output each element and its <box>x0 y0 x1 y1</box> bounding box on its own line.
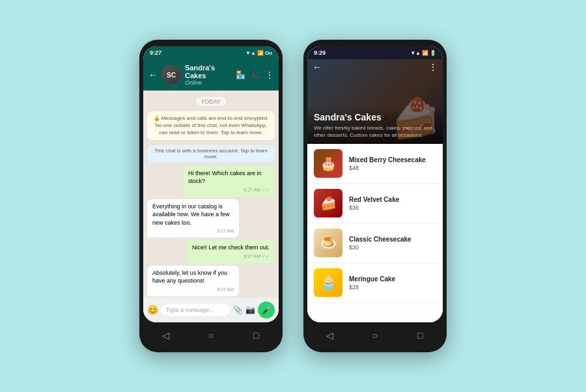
message-text-4: Absolutely, let us know if you have any … <box>152 270 227 285</box>
chat-header: ← SC Sandra's Cakes Online 🏪 📞 ⋮ <box>143 59 279 91</box>
message-input-bar: 😊 Type a message... 📎 📷 🎤 <box>143 298 279 322</box>
item-1-image: 🎂 <box>314 149 342 178</box>
item-3-name: Classic Cheesecake <box>349 236 436 243</box>
catalog-top-bar: ← ⋮ <box>307 59 443 75</box>
item-4-image: 🧁 <box>314 268 342 297</box>
back-nav-button[interactable]: ◁ <box>160 329 172 341</box>
item-2-image: 🍰 <box>314 189 342 217</box>
phone-2: 9:29 ▼▲ 📶 🔋 🍰 ← ⋮ Sandra's Cakes › We of… <box>303 40 447 352</box>
catalog-items-list: 🎂 Mixed Berry Cheesecake $48 🍰 Red Velve… <box>307 144 443 322</box>
item-3-price: $30 <box>349 244 436 251</box>
catalog-chevron-icon[interactable]: › <box>384 113 387 122</box>
mic-button[interactable]: 🎤 <box>258 301 275 318</box>
nav-bar-2: ◁ ○ □ <box>307 325 443 346</box>
item-2-info: Red Velvet Cake $36 <box>349 196 436 211</box>
message-input[interactable]: Type a message... <box>161 304 230 316</box>
contact-name: Sandra's Cakes <box>185 64 232 79</box>
recents-nav-button[interactable]: □ <box>250 329 262 341</box>
chat-area: TODAY 🔒 Messages and calls are end-to-en… <box>143 91 279 298</box>
catalog-item-1[interactable]: 🎂 Mixed Berry Cheesecake $48 <box>307 144 443 184</box>
message-2: Everything in our catalog is available n… <box>147 199 239 238</box>
catalog-title: Sandra's Cakes <box>314 112 382 122</box>
attach-button[interactable]: 📎 <box>233 305 243 315</box>
message-time-2: 9:27 AM <box>152 228 234 234</box>
read-ticks-1: ✓✓ <box>262 188 270 192</box>
item-1-name: Mixed Berry Cheesecake <box>349 156 436 163</box>
item-3-info: Classic Cheesecake $30 <box>349 236 436 251</box>
item-1-info: Mixed Berry Cheesecake $48 <box>349 156 436 171</box>
message-1: Hi there! Which cakes are in stock? 9:27… <box>183 166 275 197</box>
status-icons-1: ▼▲ 📶 On <box>245 50 272 56</box>
wifi-icon-2: 📶 <box>422 50 428 56</box>
read-ticks-3: ✓✓ <box>262 254 270 259</box>
status-bar-2: 9:29 ▼▲ 📶 🔋 <box>307 46 443 59</box>
status-bar-1: 9:27 ▼▲ 📶 On <box>143 46 279 59</box>
signal-icon: ▼▲ <box>245 50 256 56</box>
more-icon[interactable]: ⋮ <box>266 70 273 79</box>
recents-nav-button-2[interactable]: □ <box>414 329 426 341</box>
status-time-2: 9:29 <box>314 49 326 56</box>
business-notice[interactable]: This chat is with a business account. Ta… <box>147 145 275 162</box>
catalog-back-button[interactable]: ← <box>313 62 322 72</box>
message-time-1: 9:27 AM ✓✓ <box>188 187 270 193</box>
phone-1: 9:27 ▼▲ 📶 On ← SC Sandra's Cakes Online … <box>139 40 283 352</box>
call-icon[interactable]: 📞 <box>251 70 260 79</box>
emoji-button[interactable]: 😊 <box>147 305 158 315</box>
item-3-image: 🍮 <box>314 229 342 257</box>
message-text-3: Nice!! Let me check them out. <box>192 244 270 251</box>
contact-info: Sandra's Cakes Online <box>185 64 232 86</box>
item-2-price: $36 <box>349 204 436 211</box>
item-1-price: $48 <box>349 165 436 171</box>
contact-status: Online <box>185 79 232 86</box>
back-button[interactable]: ← <box>148 70 158 80</box>
message-time-4: 9:27 AM <box>152 287 234 293</box>
header-actions: 🏪 📞 ⋮ <box>236 70 273 79</box>
home-nav-button-2[interactable]: ○ <box>369 329 381 341</box>
encrypted-notice[interactable]: 🔒 Messages and calls are end-to-end encr… <box>147 111 275 140</box>
message-text-2: Everything in our catalog is available n… <box>152 203 229 226</box>
nav-bar-1: ◁ ○ □ <box>143 325 279 346</box>
store-icon[interactable]: 🏪 <box>236 70 245 79</box>
phone-1-screen: 9:27 ▼▲ 📶 On ← SC Sandra's Cakes Online … <box>143 46 279 322</box>
item-4-info: Meringue Cake $28 <box>349 275 436 290</box>
message-4: Absolutely, let us know if you have any … <box>147 266 239 296</box>
catalog-more-button[interactable]: ⋮ <box>428 62 438 72</box>
status-time-1: 9:27 <box>150 49 161 56</box>
home-nav-button[interactable]: ○ <box>205 329 217 341</box>
catalog-item-4[interactable]: 🧁 Meringue Cake $28 <box>307 263 443 303</box>
item-2-name: Red Velvet Cake <box>349 196 436 203</box>
back-nav-button-2[interactable]: ◁ <box>324 329 336 341</box>
header-decoration: 🍰 <box>391 92 443 144</box>
signal-icon-2: ▼▲ <box>410 50 421 56</box>
camera-button[interactable]: 📷 <box>245 305 255 315</box>
day-label: TODAY <box>196 97 226 106</box>
item-4-name: Meringue Cake <box>349 275 436 283</box>
item-4-price: $28 <box>349 284 436 290</box>
contact-avatar: SC <box>161 65 181 85</box>
status-icons-2: ▼▲ 📶 🔋 <box>410 50 436 56</box>
battery-icon: On <box>265 50 272 56</box>
message-3: Nice!! Let me check them out. 9:27 AM ✓✓ <box>187 240 275 262</box>
catalog-header: 🍰 ← ⋮ Sandra's Cakes › We offer freshly … <box>307 59 443 144</box>
phone-2-screen: 9:29 ▼▲ 📶 🔋 🍰 ← ⋮ Sandra's Cakes › We of… <box>307 46 443 322</box>
message-time-3: 9:27 AM ✓✓ <box>192 253 270 260</box>
message-text-1: Hi there! Which cakes are in stock? <box>188 170 262 185</box>
catalog-item-3[interactable]: 🍮 Classic Cheesecake $30 <box>307 223 443 263</box>
wifi-icon: 📶 <box>257 50 264 56</box>
catalog-item-2[interactable]: 🍰 Red Velvet Cake $36 <box>307 184 443 223</box>
battery-icon-2: 🔋 <box>430 50 436 56</box>
